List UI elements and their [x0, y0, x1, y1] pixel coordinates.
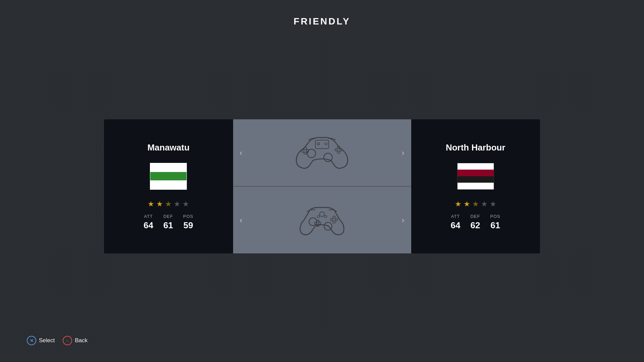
right-pos-value: 61	[490, 220, 500, 231]
left-att-value: 64	[144, 220, 153, 231]
page-title: FRIENDLY	[0, 0, 644, 27]
svg-point-16	[333, 216, 335, 218]
right-def-label: DEF	[470, 214, 480, 219]
right-team-name: North Harbour	[446, 142, 505, 153]
back-label: Back	[75, 337, 88, 344]
left-att-stat: ATT 64	[144, 214, 153, 231]
match-setup-container: Manawatu ★ ★ ★ ★ ★ ATT 64 DEF 61 POS 59	[104, 119, 540, 253]
left-team-name: Manawatu	[147, 142, 190, 153]
player1-arrow-left[interactable]: ‹	[236, 145, 246, 161]
right-star-1: ★	[455, 200, 462, 208]
right-pos-label: POS	[490, 214, 500, 219]
player2-arrow-left[interactable]: ‹	[236, 212, 246, 228]
x-button-icon: ✕	[27, 336, 36, 345]
left-pos-label: POS	[183, 214, 193, 219]
svg-point-19	[333, 221, 335, 223]
svg-point-17	[335, 218, 338, 221]
left-team-stars: ★ ★ ★ ★ ★	[148, 200, 189, 208]
flag-strip-4	[458, 183, 494, 189]
svg-rect-10	[325, 143, 327, 144]
right-att-stat: ATT 64	[451, 214, 461, 231]
svg-point-18	[330, 218, 333, 221]
left-att-label: ATT	[144, 214, 153, 219]
right-def-value: 62	[471, 220, 480, 231]
svg-point-11	[320, 212, 324, 216]
player2-arrow-right[interactable]: ›	[398, 212, 408, 228]
left-team-flag	[150, 163, 187, 190]
left-star-1: ★	[148, 200, 154, 208]
flag-strip-2	[458, 170, 494, 176]
flag-strip-3	[458, 176, 494, 183]
svg-rect-21	[317, 216, 320, 217]
right-team-stats: ATT 64 DEF 62 POS 61	[451, 214, 500, 231]
player2-slot: ‹	[233, 187, 411, 253]
svg-rect-20	[324, 216, 327, 217]
left-star-3: ★	[165, 200, 172, 208]
right-def-stat: DEF 62	[470, 214, 480, 231]
center-panel: ‹	[233, 119, 411, 253]
left-def-stat: DEF 61	[163, 214, 173, 231]
player1-controller-icon	[292, 131, 352, 175]
svg-point-2	[324, 153, 332, 161]
player1-arrow-right[interactable]: ›	[398, 145, 408, 161]
left-pos-stat: POS 59	[183, 214, 193, 231]
right-team-card: North Harbour ★ ★ ★ ★ ★ ATT 64 DEF 62 PO…	[411, 119, 540, 253]
right-att-label: ATT	[451, 214, 460, 219]
left-star-2: ★	[156, 200, 163, 208]
right-team-flag	[457, 163, 494, 190]
left-star-4: ★	[174, 200, 180, 208]
svg-point-9	[317, 142, 320, 145]
circle-button-icon: ○	[63, 336, 72, 345]
left-star-5: ★	[182, 200, 189, 208]
left-team-card: Manawatu ★ ★ ★ ★ ★ ATT 64 DEF 61 POS 59	[104, 119, 233, 253]
bottom-controls: ✕ Select ○ Back	[27, 336, 88, 345]
svg-point-7	[335, 148, 337, 151]
flag-strip-1	[458, 163, 494, 170]
left-team-stats: ATT 64 DEF 61 POS 59	[144, 214, 193, 231]
right-star-3: ★	[472, 200, 479, 208]
svg-point-8	[337, 151, 340, 153]
player1-slot: ‹	[233, 119, 411, 187]
left-pos-value: 59	[183, 220, 193, 231]
right-team-stars: ★ ★ ★ ★ ★	[455, 200, 496, 208]
left-def-label: DEF	[163, 214, 173, 219]
left-def-value: 61	[163, 220, 173, 231]
right-star-5: ★	[490, 200, 496, 208]
right-pos-stat: POS 61	[490, 214, 500, 231]
back-control[interactable]: ○ Back	[63, 336, 88, 345]
select-label: Select	[39, 337, 55, 344]
right-star-4: ★	[481, 200, 488, 208]
right-star-2: ★	[464, 200, 470, 208]
right-att-value: 64	[451, 220, 461, 231]
select-control[interactable]: ✕ Select	[27, 336, 55, 345]
player2-controller-icon	[292, 198, 352, 242]
